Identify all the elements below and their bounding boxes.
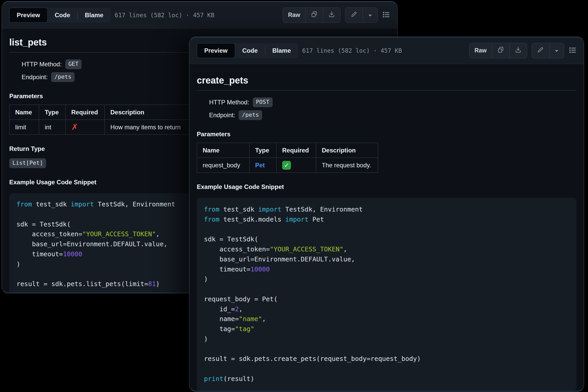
edit-menu-button[interactable] — [363, 8, 377, 23]
parameters-heading: Parameters — [197, 130, 576, 138]
code-line: timeout=10000 — [204, 265, 569, 275]
code-line: ) — [204, 334, 569, 344]
http-method-item: HTTP Method: POST — [209, 97, 576, 107]
download-icon — [515, 46, 522, 55]
http-method-badge: POST — [253, 97, 273, 107]
file-preview-card-create-pets: Preview Code Blame 617 lines (582 loc) ·… — [189, 37, 584, 391]
endpoint-badge: /pets — [239, 110, 262, 120]
code-line — [204, 284, 569, 294]
table-header-cell: Type — [250, 143, 277, 158]
title-divider — [197, 90, 576, 91]
raw-button[interactable]: Raw — [469, 43, 492, 58]
table-cell: request_body — [197, 158, 250, 173]
download-button[interactable] — [509, 43, 527, 58]
edit-button-group — [532, 43, 564, 58]
table-row: request_bodyPet✓The request body. — [197, 158, 378, 173]
endpoint-label: Endpoint: — [22, 73, 48, 81]
code-line: id_=2, — [204, 304, 569, 314]
file-actions: Raw — [283, 7, 390, 23]
pencil-icon — [537, 46, 544, 55]
edit-button[interactable] — [532, 43, 549, 58]
code-line: name="name", — [204, 314, 569, 324]
code-line: request_body = Pet( — [204, 294, 569, 304]
code-line: print(result) — [204, 374, 569, 384]
view-tabs: Preview Code Blame — [9, 8, 111, 23]
endpoint-label: Endpoint: — [209, 111, 235, 120]
pencil-icon — [351, 11, 358, 19]
code-line: from test_sdk.models import Pet — [204, 215, 569, 225]
copy-button[interactable] — [492, 43, 509, 58]
code-line — [204, 344, 569, 354]
example-code-block: from test_sdk import TestSdk, Environmen… — [197, 198, 576, 391]
table-header-cell: Required — [66, 105, 105, 120]
http-method-label: HTTP Method: — [22, 60, 62, 69]
table-cell: int — [39, 120, 66, 135]
table-header-cell: Name — [197, 143, 250, 158]
list-icon — [569, 46, 576, 55]
file-stats: 617 lines (582 loc) · 457 KB — [115, 12, 215, 19]
code-line: base_url=Environment.DEFAULT.value, — [204, 254, 569, 265]
raw-button-group: Raw — [283, 7, 341, 23]
document-body: create_pets HTTP Method: POST Endpoint: … — [190, 75, 584, 391]
edit-button-group — [345, 7, 378, 23]
chevron-down-icon — [368, 12, 372, 19]
view-tabs: Preview Code Blame — [197, 43, 298, 58]
chevron-down-icon — [555, 47, 559, 54]
example-heading: Example Usage Code Snippet — [197, 183, 576, 191]
copy-icon — [497, 46, 504, 55]
table-cell: The request body. — [316, 158, 378, 173]
raw-button-group: Raw — [469, 43, 527, 58]
endpoint-badge: /pets — [51, 72, 74, 82]
file-header: Preview Code Blame 617 lines (582 loc) ·… — [2, 2, 397, 29]
endpoint-item: Endpoint: /pets — [209, 110, 576, 120]
table-header-cell: Required — [277, 143, 316, 158]
code-line: tag="tag" — [204, 324, 569, 334]
table-cell: ✗ — [66, 120, 105, 135]
copy-icon — [311, 11, 318, 19]
code-line: access_token="YOUR_ACCESS_TOKEN", — [204, 244, 569, 254]
table-header-cell: Description — [316, 143, 378, 158]
code-line: sdk = TestSdk( — [204, 234, 569, 244]
file-stats: 617 lines (582 loc) · 457 KB — [302, 47, 402, 54]
parameters-table: NameTypeRequiredDescriptionlimitint✗How … — [9, 105, 215, 135]
endpoint-meta-list: HTTP Method: POST Endpoint: /pets — [197, 97, 576, 120]
table-row: limitint✗How many items to return — [10, 120, 215, 135]
code-line: from test_sdk import TestSdk, Environmen… — [204, 205, 569, 215]
check-icon: ✓ — [282, 161, 291, 170]
page-title: create_pets — [197, 75, 576, 86]
table-cell: Pet — [250, 158, 277, 173]
raw-button[interactable]: Raw — [283, 8, 305, 23]
file-header: Preview Code Blame 617 lines (582 loc) ·… — [190, 37, 584, 64]
download-icon — [328, 11, 335, 19]
file-actions: Raw — [469, 43, 576, 58]
tab-blame[interactable]: Blame — [265, 43, 298, 58]
http-method-badge: GET — [65, 59, 82, 69]
outline-button[interactable] — [569, 46, 576, 55]
return-type-badge: List[Pet] — [9, 158, 46, 168]
code-line: result = sdk.pets.create_pets(request_bo… — [204, 354, 569, 364]
http-method-label: HTTP Method: — [209, 98, 249, 107]
tab-preview[interactable]: Preview — [197, 43, 235, 58]
edit-button[interactable] — [345, 8, 363, 23]
table-cell: ✓ — [277, 158, 316, 173]
outline-button[interactable] — [382, 11, 390, 19]
code-line — [204, 225, 569, 235]
copy-button[interactable] — [305, 8, 323, 23]
code-line: ) — [204, 274, 569, 284]
list-icon — [382, 11, 390, 19]
tab-blame[interactable]: Blame — [78, 8, 111, 23]
table-header-cell: Name — [10, 105, 39, 120]
screenshot-canvas: Preview Code Blame 617 lines (582 loc) ·… — [0, 0, 588, 392]
tab-preview[interactable]: Preview — [9, 8, 48, 23]
table-header-cell: Type — [39, 105, 66, 120]
code-line — [204, 364, 569, 374]
cross-icon: ✗ — [71, 122, 78, 132]
pet-type-link[interactable]: Pet — [255, 162, 265, 169]
edit-menu-button[interactable] — [549, 43, 564, 58]
download-button[interactable] — [323, 8, 340, 23]
tab-code[interactable]: Code — [235, 43, 265, 58]
parameters-table: NameTypeRequiredDescriptionrequest_bodyP… — [197, 143, 378, 173]
tab-code[interactable]: Code — [48, 8, 77, 23]
table-cell: limit — [10, 120, 39, 135]
